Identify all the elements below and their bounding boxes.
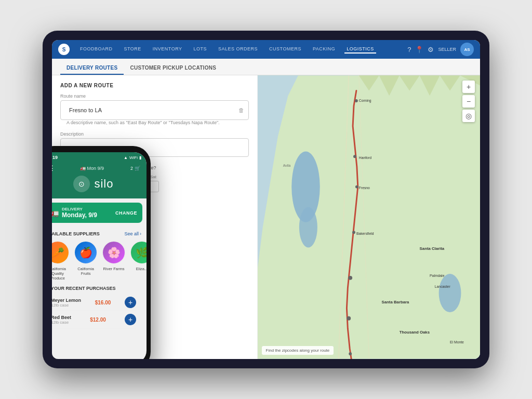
nav-logistics[interactable]: LOGISTICS [344,45,376,54]
user-avatar[interactable]: AS [460,43,474,56]
delivery-label: DELIVERY [62,207,97,211]
purchase-name-meyer: Meyer Lemon [52,298,81,303]
nav-foodboard[interactable]: FOODBOARD [78,45,115,54]
phone-header: ☰ 🚛 Mon 9/9 2 🛒 ⊙ silo [52,160,147,198]
purchase-name-beet: Red Beet [52,315,71,320]
see-all-button[interactable]: See all › [124,231,141,236]
route-name-hint: A descriptive name, such as "East Bay Ro… [66,120,249,125]
svg-text:Avila: Avila [283,164,290,167]
change-button[interactable]: CHANGE [115,210,137,216]
cart-icon: 🛒 [135,166,140,171]
supplier-river-farms[interactable]: 🌸 River Farms [102,241,126,281]
phone-date: 🚛 Mon 9/9 [80,166,104,171]
nav-store[interactable]: STORE [122,45,143,54]
locate-button[interactable]: ◎ [462,110,475,122]
svg-point-13 [347,316,351,321]
menu-icon[interactable]: ☰ [52,164,54,172]
clear-icon[interactable]: 🗑 [238,107,244,113]
supplier-california-fruits[interactable]: 🍎 California Fruits [74,241,98,281]
zoom-in-button[interactable]: + [462,81,475,93]
map-hint: Find the zipcodes along your route [262,346,334,355]
purchases-title: YOUR RECENT PURCHASES [52,286,136,291]
phone-device: 11:19 ▲ WiFi ▮ ☰ 🚛 Mon 9/9 [52,146,151,359]
route-name-group: Route name 🗑 A descriptive name, such as… [60,94,249,125]
phone-status-bar: 11:19 ▲ WiFi ▮ [52,152,147,160]
svg-point-4 [299,207,317,248]
battery-icon: ▮ [139,155,141,160]
svg-text:Lancaster: Lancaster [434,285,450,288]
app-logo: S [58,44,70,55]
nav-inventory[interactable]: INVENTORY [151,45,184,54]
cart-button[interactable]: 2 🛒 [130,166,140,171]
supplier-list: 🥕 California Quality Produce 🍎 Californi… [52,241,141,281]
purchase-price-meyer: $16.00 [95,300,111,305]
svg-text:Santa Clarita: Santa Clarita [419,246,444,251]
add-meyer-button[interactable]: + [125,297,136,308]
supplier-name-eliza: Eliza... [136,267,147,271]
route-name-label: Route name [60,94,249,99]
supplier-avatar-river-farms: 🌸 [102,241,126,264]
seller-label[interactable]: SELLER [438,47,456,52]
purchase-price-beet: $12.00 [90,317,106,323]
purchase-info-meyer: Meyer Lemon 12lb case [52,298,81,308]
supplier-name-california-fruits: California Fruits [74,267,98,276]
svg-point-11 [352,231,355,234]
nav-packing[interactable]: PACKING [311,45,337,54]
tablet-screen: S FOODBOARD STORE INVENTORY LOTS SALES O… [52,40,480,359]
settings-icon[interactable]: ⚙ [428,46,434,54]
purchase-size-meyer: 12lb case [52,303,81,308]
nav-items: FOODBOARD STORE INVENTORY LOTS SALES ORD… [78,45,399,54]
chevron-right-icon: › [140,231,141,236]
suppliers-section: AVAILABLE SUPPLIERS See all › 🥕 Californ… [52,227,147,359]
help-icon[interactable]: ? [407,46,411,54]
signal-icon: ▲ [124,155,128,160]
add-beet-button[interactable]: + [125,314,136,325]
purchase-info-beet: Red Beet 12lb case [52,315,71,325]
tablet-device: S FOODBOARD STORE INVENTORY LOTS SALES O… [43,31,489,368]
delivery-left: 🚛 DELIVERY Monday, 9/9 [52,207,97,219]
sub-tabs: DELIVERY ROUTES CUSTOMER PICKUP LOCATION… [52,59,480,75]
svg-point-12 [348,276,352,280]
svg-text:Corning: Corning [358,99,371,103]
purchases-section: YOUR RECENT PURCHASES Meyer Lemon 12lb c… [52,286,141,332]
wifi-icon: WiFi [129,155,138,160]
supplier-eliza[interactable]: 🌿 Eliza... [130,241,147,281]
nav-lots[interactable]: LOTS [192,45,209,54]
delivery-date: Monday, 9/9 [62,211,97,219]
silo-logo-text: silo [94,177,113,191]
route-name-input[interactable] [65,104,238,116]
supplier-california-quality[interactable]: 🥕 California Quality Produce [52,241,70,281]
phone-logo: ⊙ silo [52,176,140,192]
supplier-name-california-quality: California Quality Produce [52,267,70,281]
supplier-name-river-farms: River Farms [103,267,125,271]
purchase-red-beet: Red Beet 12lb case $12.00 + [52,311,136,328]
svg-text:Thousand Oaks: Thousand Oaks [399,330,430,335]
purchase-size-beet: 12lb case [52,320,71,325]
section-title: ADD A NEW ROUTE [60,83,249,88]
description-label: Description [60,131,249,137]
supplier-avatar-california-quality: 🥕 [52,241,70,264]
delivery-truck-icon: 🚛 [52,209,59,217]
supplier-avatar-eliza: 🌿 [130,241,147,264]
phone-time: 11:19 [52,155,58,160]
location-icon[interactable]: 📍 [415,46,423,54]
tab-customer-pickup[interactable]: CUSTOMER PICKUP LOCATIONS [124,62,222,75]
svg-point-10 [355,185,358,189]
svg-text:Hanford: Hanford [358,156,371,159]
nav-customers[interactable]: CUSTOMERS [267,45,303,54]
svg-text:Fresno: Fresno [358,186,369,190]
svg-point-5 [438,274,461,312]
suppliers-title: AVAILABLE SUPPLIERS [52,231,100,236]
nav-sales-orders[interactable]: SALES ORDERS [216,45,260,54]
silo-logo-icon: ⊙ [73,176,90,192]
supplier-avatar-california-fruits: 🍎 [74,241,98,264]
phone-screen: 11:19 ▲ WiFi ▮ ☰ 🚛 Mon 9/9 [52,152,147,359]
suppliers-header: AVAILABLE SUPPLIERS See all › [52,231,141,236]
purchase-meyer-lemon: Meyer Lemon 12lb case $16.00 + [52,294,136,311]
tab-delivery-routes[interactable]: DELIVERY ROUTES [60,62,124,75]
svg-point-8 [354,99,357,102]
svg-text:Santa Barbara: Santa Barbara [381,300,409,304]
cart-count: 2 [130,166,133,171]
svg-text:El Monte: El Monte [450,340,464,344]
zoom-out-button[interactable]: − [462,95,475,108]
